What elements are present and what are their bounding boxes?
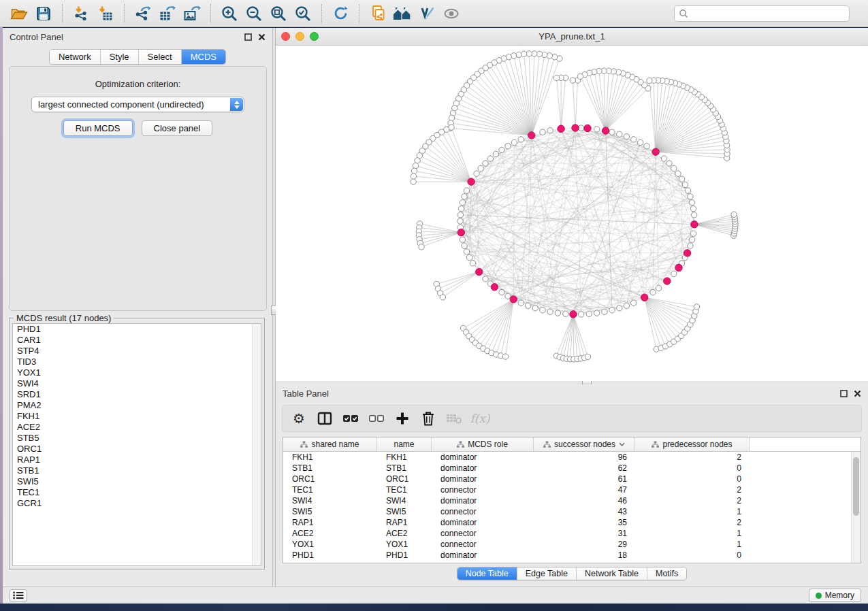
network-window-titlebar[interactable]: YPA_prune.txt_1	[276, 28, 868, 46]
table-cell: SWI4	[377, 496, 432, 506]
table-cell: 46	[534, 496, 635, 506]
table-cell: dominator	[432, 518, 534, 527]
column-header-MCDS-role[interactable]: MCDS role	[432, 437, 534, 451]
settings-icon[interactable]: ⚙	[288, 408, 310, 429]
float-window-icon[interactable]	[244, 33, 252, 41]
result-node-item[interactable]: TID3	[13, 357, 261, 367]
export-image-icon[interactable]	[180, 3, 204, 24]
save-session-icon[interactable]	[31, 3, 56, 24]
table-row[interactable]: SWI5SWI5connector431	[283, 506, 851, 517]
table-cell: dominator	[432, 463, 534, 473]
result-node-item[interactable]: YOX1	[13, 367, 261, 378]
zoom-selected-icon[interactable]	[291, 3, 315, 24]
table-row[interactable]: SWI4SWI4dominator462	[283, 495, 851, 506]
table-cell: dominator	[432, 496, 534, 506]
result-list-scrollbar[interactable]	[252, 324, 261, 565]
optimization-criterion-select[interactable]: largest connected component (undirected)	[31, 97, 244, 112]
table-row[interactable]: TEC1TEC1connector472	[283, 484, 851, 495]
table-row[interactable]: RAP1RAP1dominator352	[283, 517, 851, 528]
result-node-item[interactable]: ORC1	[13, 444, 261, 455]
open-session-icon[interactable]	[7, 3, 31, 24]
table-cell: PHD1	[283, 550, 377, 560]
delete-row-icon[interactable]	[417, 408, 439, 429]
tab-style[interactable]: Style	[100, 50, 138, 64]
tab-network[interactable]: Network	[50, 50, 100, 64]
result-node-item[interactable]: RAP1	[13, 455, 261, 465]
table-row[interactable]: STB1STB1dominator620	[283, 463, 851, 474]
export-table-icon[interactable]	[155, 3, 180, 24]
close-panel-icon[interactable]	[854, 390, 861, 397]
add-row-icon[interactable]	[391, 408, 413, 429]
column-header-successor-nodes[interactable]: successor nodes	[534, 437, 635, 451]
column-header-name[interactable]: name	[377, 437, 432, 451]
run-mcds-button[interactable]: Run MCDS	[63, 120, 133, 136]
attribute-tree-icon	[300, 441, 308, 448]
table-cell: 31	[534, 529, 635, 538]
table-cell: 61	[534, 474, 635, 484]
mcds-result-list[interactable]: PHD1CAR1STP4TID3YOX1SWI4SRD1PMA2FKH1ACE2…	[12, 323, 261, 566]
vizmapper-icon[interactable]	[415, 3, 439, 24]
float-window-icon[interactable]	[840, 390, 848, 397]
import-network-icon[interactable]	[69, 3, 93, 24]
task-history-button[interactable]	[10, 589, 27, 602]
export-network-icon[interactable]	[131, 3, 155, 24]
tab-edge-table[interactable]: Edge Table	[517, 567, 576, 580]
result-node-item[interactable]: PHD1	[13, 324, 261, 335]
table-row[interactable]: ACE2ACE2connector311	[283, 528, 851, 539]
attribute-tree-icon	[457, 441, 464, 448]
clear-table-icon	[443, 408, 465, 429]
table-cell: 2	[635, 452, 750, 462]
network-home-icon[interactable]	[390, 3, 415, 24]
column-header-shared-name[interactable]: shared name	[283, 437, 377, 451]
column-header-predecessor-nodes[interactable]: predecessor nodes	[635, 437, 750, 451]
close-panel-icon[interactable]	[258, 33, 266, 41]
zoom-fit-icon[interactable]	[266, 3, 291, 24]
tab-mcds[interactable]: MCDS	[181, 50, 225, 64]
result-node-item[interactable]: TEC1	[13, 487, 261, 498]
result-node-item[interactable]: SWI4	[13, 378, 261, 389]
table-cell: 96	[534, 452, 635, 462]
zoom-in-icon[interactable]	[217, 3, 242, 24]
network-graph-canvas[interactable]	[276, 46, 868, 381]
table-row[interactable]: FKH1FKH1dominator962	[283, 452, 851, 463]
table-cell: STB1	[283, 463, 377, 473]
table-cell: 2	[635, 485, 750, 495]
toolbar-separator	[210, 4, 211, 23]
table-scrollbar-thumb[interactable]	[853, 457, 859, 516]
result-node-item[interactable]: SWI5	[13, 476, 261, 487]
show-graphics-icon[interactable]	[439, 3, 464, 24]
memory-button[interactable]: Memory	[809, 589, 861, 602]
import-table-icon[interactable]	[93, 3, 118, 24]
close-panel-button[interactable]: Close panel	[142, 120, 213, 136]
table-row[interactable]: PHD1PHD1dominator180	[283, 550, 851, 561]
tab-motifs[interactable]: Motifs	[647, 567, 686, 580]
copy-network-icon[interactable]	[366, 3, 390, 24]
result-node-item[interactable]: STB5	[13, 433, 261, 444]
table-row[interactable]: ORC1ORC1dominator610	[283, 474, 851, 484]
toggle-columns-icon[interactable]	[314, 408, 336, 429]
table-cell: 2	[635, 496, 750, 506]
result-node-item[interactable]: ACE2	[13, 422, 261, 433]
table-cell: SWI5	[283, 507, 377, 516]
result-node-item[interactable]: FKH1	[13, 411, 261, 422]
select-all-icon[interactable]	[340, 408, 361, 429]
tab-node-table[interactable]: Node Table	[457, 567, 517, 580]
result-node-item[interactable]: SRD1	[13, 389, 261, 400]
result-node-item[interactable]: CAR1	[13, 335, 261, 346]
result-node-item[interactable]: STP4	[13, 346, 261, 357]
zoom-out-icon[interactable]	[242, 3, 266, 24]
result-node-item[interactable]: GCR1	[13, 498, 261, 509]
tab-network-table[interactable]: Network Table	[576, 567, 647, 580]
tab-select[interactable]: Select	[138, 50, 181, 64]
result-node-item[interactable]: STB1	[13, 465, 261, 476]
refresh-icon[interactable]	[328, 3, 353, 24]
table-cell: 43	[534, 507, 635, 516]
control-panel-tabs: NetworkStyleSelectMCDS	[49, 49, 226, 65]
deselect-all-icon[interactable]	[366, 408, 387, 429]
table-cell: YOX1	[283, 540, 377, 549]
table-row[interactable]: YOX1YOX1connector291	[283, 539, 851, 550]
table-scrollbar[interactable]	[851, 452, 861, 563]
search-input[interactable]	[674, 5, 850, 22]
table-cell: dominator	[432, 452, 534, 462]
result-node-item[interactable]: PMA2	[13, 400, 261, 411]
